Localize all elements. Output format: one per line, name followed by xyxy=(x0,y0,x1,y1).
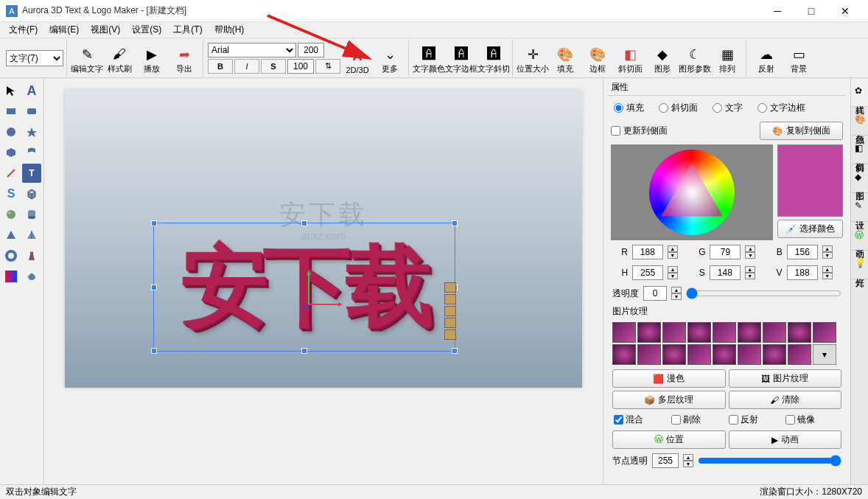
roundrect-tool[interactable] xyxy=(22,102,41,121)
bevel-button[interactable]: ◧斜切面 xyxy=(615,41,645,76)
texture-swatch[interactable] xyxy=(662,344,686,365)
teapot-tool[interactable] xyxy=(22,267,41,286)
export-button[interactable]: ➦导出 xyxy=(169,41,200,76)
texture-swatch[interactable] xyxy=(813,322,836,343)
close-button[interactable]: ✕ xyxy=(828,0,862,22)
opacity-slider[interactable] xyxy=(686,287,841,299)
play-button[interactable]: ▶播放 xyxy=(136,41,167,76)
texture-swatch[interactable] xyxy=(713,344,736,365)
chess-tool[interactable] xyxy=(22,246,41,265)
side-tab-style[interactable]: ✿样式 xyxy=(851,78,868,107)
shape-button[interactable]: ◆图形 xyxy=(647,41,678,76)
r-input[interactable] xyxy=(632,245,663,259)
mix-check[interactable]: 混合 xyxy=(614,413,668,426)
menu-edit[interactable]: 编辑(E) xyxy=(43,22,85,38)
edit-text-button[interactable]: ✎编辑文字 xyxy=(71,41,102,76)
font-size-2[interactable] xyxy=(287,59,314,74)
texture-swatch[interactable] xyxy=(788,322,811,343)
side-tab-bevel[interactable]: ◧斜切面 xyxy=(851,136,868,164)
opacity-input[interactable] xyxy=(643,286,667,301)
link-size-button[interactable]: ⇅ xyxy=(315,59,340,74)
texture-swatch[interactable] xyxy=(738,322,761,343)
pyramid-tool[interactable] xyxy=(22,226,41,245)
strike-button[interactable]: S xyxy=(261,59,286,74)
radio-bevel[interactable]: 斜切面 xyxy=(659,102,698,114)
side-tab-shape[interactable]: ◆图形 xyxy=(851,164,868,193)
side-tab-color[interactable]: 🎨颜色 xyxy=(851,107,868,136)
toggle-2d3d-button[interactable]: A2D/3D xyxy=(342,41,373,76)
font-family-select[interactable]: Arial xyxy=(208,43,296,57)
img-texture-button[interactable]: 🖼图片纹理 xyxy=(729,369,842,388)
object-mini-icons[interactable] xyxy=(444,282,456,340)
canvas[interactable]: 安下载 anxz.com 安下载 xyxy=(65,90,582,388)
copy-side-button[interactable]: 🎨复制到侧面 xyxy=(760,122,843,140)
menu-settings[interactable]: 设置(S) xyxy=(126,22,167,38)
erase-check[interactable]: 剔除 xyxy=(671,413,726,426)
pick-color-button[interactable]: 💉选择颜色 xyxy=(777,220,843,238)
clear-button[interactable]: 🖌清除 xyxy=(729,391,842,409)
radio-text[interactable]: 文字 xyxy=(713,102,743,114)
pen-tool[interactable] xyxy=(1,164,21,183)
menu-tools[interactable]: 工具(T) xyxy=(167,22,208,38)
star-tool[interactable] xyxy=(22,122,41,142)
color-wheel[interactable] xyxy=(611,144,773,240)
menu-help[interactable]: 帮助(H) xyxy=(209,22,251,38)
italic-button[interactable]: I xyxy=(234,59,259,74)
texture-swatch[interactable] xyxy=(788,344,811,365)
rect-tool[interactable] xyxy=(1,102,21,121)
node-opacity-input[interactable] xyxy=(652,453,679,468)
format-brush-button[interactable]: 🖌样式刷 xyxy=(104,41,135,76)
position-button[interactable]: Ⓦ位置 xyxy=(612,430,726,449)
menu-view[interactable]: 视图(V) xyxy=(85,22,126,38)
texture-swatch[interactable] xyxy=(612,344,636,365)
b-input[interactable] xyxy=(787,245,818,259)
side-tab-design[interactable]: ✎设计 xyxy=(851,193,868,222)
texture-swatch[interactable] xyxy=(687,322,711,343)
gradient-tool[interactable] xyxy=(1,267,21,286)
text3d-tool[interactable]: T xyxy=(22,164,41,183)
texture-swatch[interactable] xyxy=(713,322,736,343)
h-input[interactable] xyxy=(632,265,663,280)
side-tab-light[interactable]: 💡灯光 xyxy=(851,251,868,279)
font-size-1[interactable] xyxy=(298,43,324,57)
reflect-check[interactable]: 反射 xyxy=(729,413,783,426)
select-tool[interactable] xyxy=(1,81,21,100)
cylinder-tool[interactable] xyxy=(22,205,41,224)
update-side-check[interactable]: 更新到侧面 xyxy=(611,125,668,137)
torus-tool[interactable] xyxy=(1,246,21,265)
texture-swatch[interactable] xyxy=(738,344,761,365)
axis-gizmo[interactable] xyxy=(301,268,346,312)
border-button[interactable]: 🎨边框 xyxy=(582,41,613,76)
reflect-button[interactable]: ☁反射 xyxy=(751,41,782,76)
mirror-check[interactable]: 镜像 xyxy=(785,413,840,426)
fill-button[interactable]: 🎨填充 xyxy=(550,41,581,76)
gradient-button[interactable]: 🟥漫色 xyxy=(612,369,726,388)
minimize-button[interactable]: ─ xyxy=(760,0,794,22)
arrange-button[interactable]: ▦排列 xyxy=(712,41,743,76)
side-tab-anim[interactable]: Ⓦ动画 xyxy=(851,222,868,251)
menu-file[interactable]: 文件(F) xyxy=(3,22,43,38)
multi-texture-button[interactable]: 📦多层纹理 xyxy=(612,391,726,409)
text-border-button[interactable]: 🅰文字边框 xyxy=(446,41,477,76)
hex-tool[interactable] xyxy=(1,143,21,162)
circle-tool[interactable] xyxy=(1,122,21,142)
text-color-button[interactable]: 🅰文字颜色 xyxy=(413,41,444,76)
texture-swatch[interactable] xyxy=(662,322,686,343)
more-button[interactable]: ⌄更多 xyxy=(374,41,405,76)
g-input[interactable] xyxy=(710,245,741,259)
sphere-tool[interactable] xyxy=(1,205,21,224)
radio-textborder[interactable]: 文字边框 xyxy=(757,102,805,114)
text-tool[interactable]: A xyxy=(22,81,41,100)
texture-swatch[interactable] xyxy=(763,322,786,343)
s-input[interactable] xyxy=(710,265,741,280)
texture-more[interactable]: ▾ xyxy=(813,344,836,365)
animation-button[interactable]: ▶动画 xyxy=(729,430,842,449)
radio-fill[interactable]: 填充 xyxy=(614,102,644,114)
s-tool[interactable]: S xyxy=(1,184,21,203)
bold-button[interactable]: B xyxy=(208,59,233,74)
texture-swatch[interactable] xyxy=(687,344,711,365)
texture-swatch[interactable] xyxy=(637,322,661,343)
texture-swatch[interactable] xyxy=(612,322,636,343)
text-layer-select[interactable]: 文字(7) xyxy=(6,50,63,66)
texture-swatch[interactable] xyxy=(763,344,786,365)
